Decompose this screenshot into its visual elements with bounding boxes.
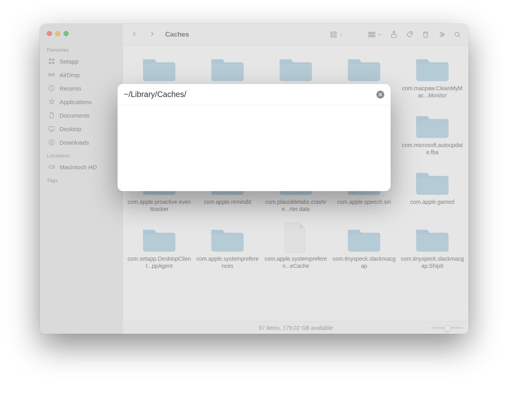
fullscreen-window-button[interactable] <box>64 31 69 36</box>
grid-folder[interactable]: com.apple.systempreferences <box>195 220 260 271</box>
sidebar: Favorites Setapp AirDrop Recents Applica… <box>40 24 123 334</box>
svg-point-10 <box>53 167 54 167</box>
grid-item-label: com.apple.systempreferences <box>196 256 259 269</box>
forward-button[interactable] <box>148 30 156 39</box>
airdrop-icon <box>48 71 56 79</box>
sidebar-item-setapp[interactable]: Setapp <box>44 54 119 68</box>
applications-icon <box>48 98 56 106</box>
folder-icon <box>413 165 451 196</box>
svg-rect-19 <box>371 35 372 37</box>
grid-item-label: com.plausiblelabs.crashre...rter.data <box>264 199 328 213</box>
sidebar-section-favorites: Favorites <box>44 43 119 54</box>
sidebar-item-downloads[interactable]: Downloads <box>44 136 119 149</box>
grid-folder[interactable]: com.tinyspeck.slackmacgap <box>331 220 397 271</box>
folder-icon <box>208 51 247 83</box>
file-icon <box>277 221 315 253</box>
svg-rect-20 <box>373 35 375 37</box>
folder-icon <box>413 51 451 83</box>
grid-folder[interactable]: com.apple.gamed <box>399 163 465 214</box>
clock-icon <box>48 84 56 92</box>
grid-file[interactable]: com.apple.systempreferen...eCache <box>263 220 329 271</box>
overflow-button[interactable] <box>436 30 447 39</box>
svg-rect-17 <box>373 32 375 34</box>
sidebar-section-locations: Locations <box>44 149 119 160</box>
svg-rect-11 <box>331 32 333 34</box>
sidebar-item-label: Setapp <box>60 58 79 65</box>
svg-rect-16 <box>371 32 372 34</box>
grid-item-label: com.apple.gamed <box>410 199 454 206</box>
sidebar-item-label: AirDrop <box>60 72 80 78</box>
grid-item-label: com.apple.systempreferen...eCache <box>264 256 328 269</box>
grid-item-label: com.apple.proactive.eventtracker <box>127 199 191 213</box>
grid-item-label: com.apple.remindd <box>204 199 251 206</box>
svg-point-5 <box>51 74 53 76</box>
setapp-icon <box>48 57 56 65</box>
status-text: 97 items, 179,02 GB available <box>259 325 333 331</box>
grid-folder[interactable]: com.microsoft.autoupdate.fba <box>399 106 465 157</box>
sidebar-item-label: Macintosh HD <box>60 164 97 170</box>
sidebar-section-tags: Tags <box>44 174 119 185</box>
svg-rect-14 <box>334 35 336 37</box>
delete-button[interactable] <box>420 30 431 39</box>
svg-point-23 <box>455 32 459 36</box>
svg-rect-15 <box>369 32 370 34</box>
folder-icon <box>208 221 247 253</box>
desktop-icon <box>48 125 56 133</box>
zoom-slider[interactable] <box>431 327 463 329</box>
grid-item-label: com.macpaw.CleanMyMac...Monitor <box>401 85 464 99</box>
view-icons-button[interactable] <box>328 30 345 39</box>
sidebar-item-applications[interactable]: Applications <box>44 95 119 108</box>
grid-item-label: com.apple.speech.siri <box>337 199 391 206</box>
svg-rect-1 <box>49 58 51 60</box>
svg-rect-7 <box>49 127 54 130</box>
svg-point-22 <box>411 33 411 33</box>
svg-rect-4 <box>52 62 54 64</box>
folder-icon <box>140 221 178 253</box>
tags-button[interactable] <box>404 30 415 39</box>
clear-input-button[interactable] <box>376 91 384 99</box>
goto-folder-dialog <box>118 84 391 191</box>
minimize-window-button[interactable] <box>55 31 60 36</box>
svg-rect-2 <box>52 58 54 60</box>
back-button[interactable] <box>131 30 138 39</box>
grid-item-label: com.tinyspeck.slackmacgap.ShipIt <box>401 256 464 269</box>
search-button[interactable] <box>452 30 463 39</box>
svg-rect-3 <box>49 62 51 64</box>
sidebar-item-label: Downloads <box>60 139 89 146</box>
grid-folder[interactable]: com.setapp.DesktopClient...ppAgent <box>126 220 192 271</box>
sidebar-item-macintosh-hd[interactable]: Macintosh HD <box>44 160 119 174</box>
svg-rect-18 <box>369 35 370 37</box>
folder-icon <box>413 108 451 139</box>
grid-item-label: com.setapp.DesktopClient...ppAgent <box>127 256 191 269</box>
downloads-icon <box>48 138 56 146</box>
disk-icon <box>48 163 56 171</box>
close-window-button[interactable] <box>47 31 52 36</box>
document-icon <box>48 111 56 119</box>
share-button[interactable] <box>388 30 399 39</box>
sidebar-item-airdrop[interactable]: AirDrop <box>44 68 119 81</box>
folder-icon <box>345 221 383 253</box>
sidebar-item-desktop[interactable]: Desktop <box>44 122 119 136</box>
group-by-button[interactable] <box>366 30 384 39</box>
sidebar-item-label: Recents <box>60 85 81 92</box>
grid-folder[interactable]: com.macpaw.CleanMyMac...Monitor <box>399 49 465 101</box>
sidebar-item-documents[interactable]: Documents <box>44 108 119 122</box>
folder-icon <box>413 221 451 253</box>
svg-rect-13 <box>331 35 333 37</box>
toolbar: Caches <box>123 24 468 45</box>
folder-icon <box>345 51 383 83</box>
sidebar-item-label: Documents <box>60 112 90 119</box>
grid-folder[interactable]: com.tinyspeck.slackmacgap.ShipIt <box>399 220 465 271</box>
status-bar: 97 items, 179,02 GB available <box>123 321 468 334</box>
grid-item-label: com.microsoft.autoupdate.fba <box>401 142 464 156</box>
sidebar-item-label: Applications <box>60 99 92 105</box>
sidebar-item-label: Desktop <box>60 126 81 132</box>
grid-item-label: com.tinyspeck.slackmacgap <box>332 256 396 269</box>
sidebar-item-recents[interactable]: Recents <box>44 81 119 95</box>
folder-icon <box>277 51 315 83</box>
svg-rect-12 <box>334 32 336 34</box>
goto-folder-input[interactable] <box>124 90 373 99</box>
folder-icon <box>140 51 178 83</box>
window-title: Caches <box>165 31 189 39</box>
window-controls <box>44 29 119 43</box>
